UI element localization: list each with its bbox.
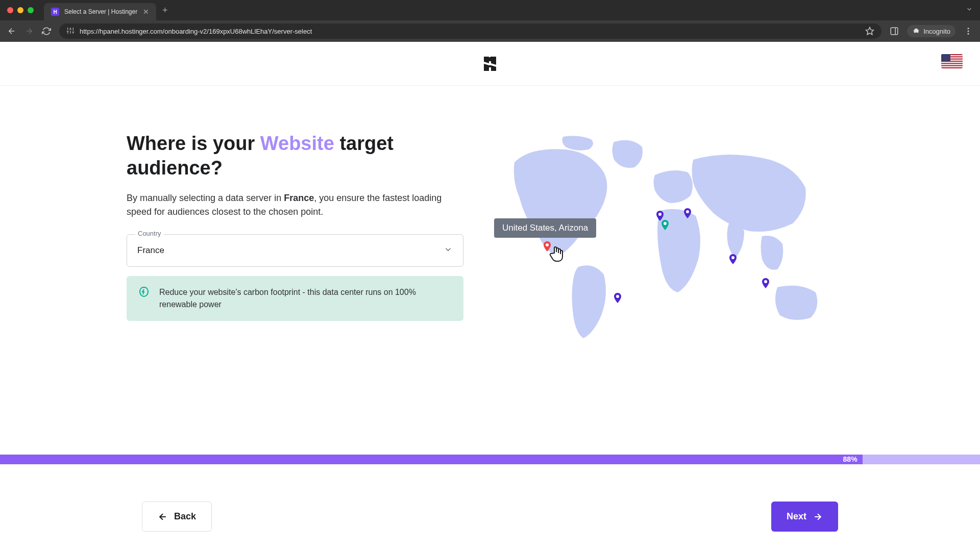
- world-map[interactable]: [484, 132, 841, 351]
- heading-highlight: Website: [260, 133, 334, 154]
- map-pin-uk[interactable]: [656, 211, 664, 221]
- eco-text: Reduce your website's carbon footprint -…: [159, 286, 452, 311]
- us-flag-icon: [941, 54, 963, 68]
- browser-tab[interactable]: H Select a Server | Hostinger ✕: [44, 3, 156, 20]
- map-pin-india[interactable]: [729, 254, 737, 264]
- world-map-panel: United States, Arizona: [484, 132, 949, 353]
- svg-marker-9: [866, 28, 874, 35]
- next-button[interactable]: Next: [771, 502, 838, 532]
- bookmark-star-icon[interactable]: [865, 27, 874, 36]
- svg-point-23: [546, 243, 549, 246]
- map-pin-lithuania[interactable]: [684, 208, 691, 218]
- progress-percent: 88%: [843, 455, 857, 464]
- heading-prefix: Where is your: [127, 133, 260, 154]
- tabs-dropdown-icon[interactable]: [966, 6, 973, 15]
- subtext: By manually selecting a data server in F…: [127, 191, 463, 219]
- address-bar[interactable]: https://hpanel.hostinger.com/onboarding-…: [59, 23, 881, 39]
- page-header: [0, 42, 980, 86]
- progress-fill: 88%: [0, 455, 863, 464]
- incognito-icon: [912, 27, 920, 35]
- hostinger-logo-icon: [480, 54, 500, 74]
- svg-point-29: [616, 295, 619, 298]
- tab-title: Select a Server | Hostinger: [64, 8, 138, 15]
- svg-point-26: [686, 210, 689, 213]
- tab-favicon-icon: H: [51, 8, 59, 16]
- reload-icon[interactable]: [42, 27, 51, 36]
- select-label: Country: [135, 230, 164, 237]
- arrow-left-icon: [158, 512, 168, 522]
- svg-point-24: [658, 213, 662, 216]
- country-select[interactable]: Country France: [127, 234, 463, 267]
- map-tooltip-text: United States, Arizona: [502, 223, 588, 233]
- svg-rect-22: [941, 54, 950, 62]
- eco-banner: Reduce your website's carbon footprint -…: [127, 276, 463, 321]
- toolbar-right-group: Incognito: [890, 25, 973, 37]
- map-pin-france-selected[interactable]: [662, 220, 669, 230]
- svg-point-13: [968, 31, 969, 32]
- next-label: Next: [787, 511, 806, 522]
- browser-toolbar: https://hpanel.hostinger.com/onboarding-…: [0, 20, 980, 42]
- subtext-country: France: [284, 193, 314, 203]
- map-pin-singapore[interactable]: [762, 278, 769, 288]
- svg-point-14: [968, 33, 969, 35]
- left-column: Where is your Website target audience? B…: [127, 132, 463, 353]
- back-icon[interactable]: [7, 27, 16, 36]
- cursor-hand-icon: [549, 244, 566, 262]
- maximize-window-button[interactable]: [28, 7, 34, 13]
- select-value: France: [137, 245, 164, 256]
- main-content: Where is your Website target audience? B…: [0, 86, 980, 353]
- svg-point-25: [664, 222, 667, 225]
- new-tab-button[interactable]: +: [162, 5, 168, 16]
- incognito-badge[interactable]: Incognito: [907, 25, 955, 37]
- progress-bar: 88%: [0, 455, 980, 464]
- forward-icon: [24, 27, 34, 36]
- leaf-eco-icon: [138, 286, 150, 298]
- svg-point-27: [731, 256, 734, 259]
- svg-rect-19: [941, 62, 963, 63]
- tab-close-icon[interactable]: ✕: [143, 8, 149, 16]
- chevron-down-icon: [444, 245, 453, 256]
- incognito-label: Incognito: [923, 28, 950, 35]
- arrow-right-icon: [813, 512, 823, 522]
- close-window-button[interactable]: [7, 7, 13, 13]
- site-settings-icon[interactable]: [66, 27, 75, 36]
- sidepanel-icon[interactable]: [890, 27, 899, 36]
- svg-point-12: [968, 28, 969, 29]
- svg-rect-21: [941, 66, 963, 67]
- window-controls: [7, 7, 34, 13]
- page-heading: Where is your Website target audience?: [127, 132, 463, 180]
- back-button[interactable]: Back: [142, 502, 212, 532]
- map-pin-brazil[interactable]: [614, 293, 621, 303]
- browser-tab-bar: H Select a Server | Hostinger ✕ +: [0, 0, 980, 20]
- footer-actions: Back Next: [0, 502, 980, 532]
- minimize-window-button[interactable]: [17, 7, 23, 13]
- url-text: https://hpanel.hostinger.com/onboarding-…: [80, 28, 860, 35]
- language-flag-button[interactable]: [941, 54, 963, 68]
- map-tooltip: United States, Arizona: [494, 218, 596, 238]
- browser-menu-icon[interactable]: [964, 27, 973, 36]
- svg-point-28: [764, 280, 767, 283]
- subtext-prefix: By manually selecting a data server in: [127, 193, 284, 203]
- page-content: Where is your Website target audience? B…: [0, 42, 980, 551]
- svg-rect-10: [891, 28, 898, 35]
- svg-rect-20: [941, 64, 963, 65]
- back-label: Back: [174, 511, 196, 522]
